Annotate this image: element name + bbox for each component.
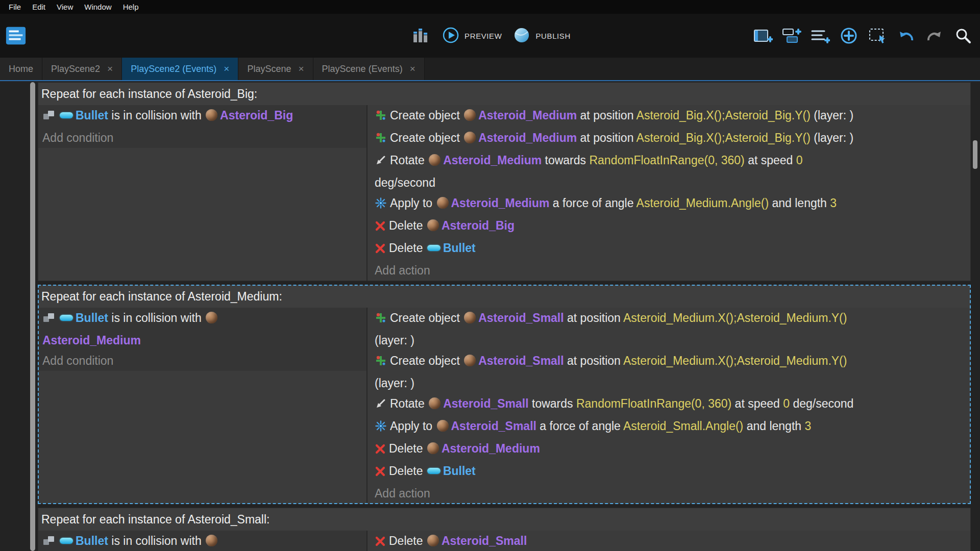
search-icon[interactable]: [952, 26, 974, 46]
object-thumbnail-asteroid: [429, 154, 440, 166]
object-name: Asteroid_Medium: [443, 154, 542, 167]
expression-value: 0: [783, 397, 790, 410]
row-text: towards: [529, 397, 576, 410]
row-text: is in collision with: [108, 311, 205, 324]
action-row[interactable]: Create object Asteroid_Medium at positio…: [371, 128, 966, 150]
object-thumbnail-asteroid: [464, 355, 476, 366]
expression-value: Asteroid_Medium.X();Asteroid_Medium.Y(): [623, 354, 847, 367]
menu-item-view[interactable]: View: [51, 0, 79, 14]
action-row[interactable]: Delete Bullet: [371, 461, 966, 483]
delete-icon: [375, 217, 386, 238]
menu-item-file[interactable]: File: [3, 0, 27, 14]
row-text: Apply to: [390, 196, 436, 210]
tab-close-icon[interactable]: ×: [410, 63, 415, 74]
row-text: Create object: [390, 311, 463, 324]
object-thumbnail-asteroid: [464, 312, 476, 323]
object-thumbnail-asteroid: [464, 132, 476, 143]
rotate-icon: [375, 152, 387, 172]
action-row[interactable]: Delete Asteroid_Medium: [371, 438, 966, 461]
action-row[interactable]: Create object Asteroid_Small at position…: [371, 350, 966, 393]
action-row[interactable]: Create object Asteroid_Small at position…: [371, 308, 966, 350]
object-thumbnail-bullet: [60, 538, 73, 544]
action-row[interactable]: Rotate Asteroid_Medium towards RandomFlo…: [371, 150, 966, 193]
add-action-button[interactable]: Add action: [371, 483, 966, 504]
event-block[interactable]: Repeat for each instance of Asteroid_Big…: [38, 82, 971, 281]
row-text: at position: [564, 354, 623, 367]
object-name: Asteroid_Small: [442, 534, 527, 547]
delete-icon: [375, 533, 386, 551]
tab-close-icon[interactable]: ×: [224, 63, 229, 74]
tab-label: PlayScene2 (Events): [131, 64, 216, 74]
expression-value: Asteroid_Big.X();Asteroid_Big.Y(): [636, 109, 811, 122]
toolbar-right: [752, 26, 974, 46]
add-condition-button[interactable]: Add condition: [38, 128, 366, 148]
object-name: Asteroid_Small: [451, 419, 536, 433]
event-body: Bullet is in collision with Asteroid_Big…: [38, 105, 970, 281]
object-thumbnail-asteroid: [427, 219, 439, 231]
add-condition-button[interactable]: Add condition: [38, 350, 366, 371]
create-icon: [375, 107, 387, 128]
row-text: Apply to: [390, 419, 436, 433]
row-text: deg/second: [790, 397, 853, 410]
object-thumbnail-bullet: [427, 468, 440, 474]
tab-playscene2[interactable]: PlayScene2×: [42, 58, 122, 80]
undo-icon[interactable]: [895, 26, 917, 46]
row-text: Delete: [389, 442, 426, 455]
event-header[interactable]: Repeat for each instance of Asteroid_Med…: [38, 285, 970, 308]
tab-label: PlayScene (Events): [322, 64, 403, 74]
tab-playscene-events[interactable]: PlayScene (Events)×: [313, 58, 425, 80]
events-left-scrollbar[interactable]: [30, 82, 35, 551]
row-text: and length: [769, 196, 830, 210]
vertical-scrollbar-thumb[interactable]: [973, 140, 977, 169]
pick-event-icon[interactable]: [867, 26, 888, 46]
redo-icon[interactable]: [924, 26, 945, 46]
add-subevent-icon[interactable]: [781, 26, 802, 46]
action-row[interactable]: Create object Asteroid_Medium at positio…: [371, 105, 966, 128]
action-row[interactable]: Rotate Asteroid_Small towards RandomFloa…: [371, 393, 966, 416]
gdevelop-app: FileEditViewWindowHelp: [0, 0, 980, 551]
object-thumbnail-bullet: [60, 112, 73, 118]
condition-row[interactable]: Bullet is in collision with Asteroid_Big: [38, 105, 366, 128]
row-text: Delete: [389, 219, 426, 232]
row-text: Delete: [389, 534, 426, 547]
event-block[interactable]: Repeat for each instance of Asteroid_Med…: [38, 285, 971, 504]
menu-item-help[interactable]: Help: [117, 0, 144, 14]
object-thumbnail-asteroid: [206, 535, 217, 546]
object-thumbnail-asteroid: [437, 197, 449, 209]
preview-button[interactable]: PREVIEW: [442, 27, 502, 45]
force-icon: [375, 418, 387, 438]
collision-icon: [42, 107, 56, 128]
tab-playscene[interactable]: PlayScene×: [238, 58, 313, 80]
publish-button[interactable]: PUBLISH: [513, 27, 571, 45]
tab-close-icon[interactable]: ×: [107, 63, 113, 74]
row-text: and length: [743, 419, 804, 433]
toolbar-left: [5, 26, 27, 46]
add-comment-icon[interactable]: [810, 26, 831, 46]
conditions-column: Bullet is in collision with Asteroid_Big…: [38, 105, 368, 281]
preview-play-icon: [442, 27, 459, 45]
action-row[interactable]: Apply to Asteroid_Small a force of angle…: [371, 416, 966, 438]
tab-home[interactable]: Home: [0, 58, 42, 80]
condition-row[interactable]: Bullet is in collision with Asteroid_Sma…: [38, 531, 366, 551]
action-row[interactable]: Delete Asteroid_Big: [371, 215, 966, 238]
action-row[interactable]: Delete Asteroid_Small: [371, 531, 966, 551]
menu-item-window[interactable]: Window: [79, 0, 117, 14]
menu-item-edit[interactable]: Edit: [27, 0, 51, 14]
add-new-icon[interactable]: [838, 26, 860, 46]
action-row[interactable]: Apply to Asteroid_Medium a force of angl…: [371, 193, 966, 215]
condition-row[interactable]: Bullet is in collision with Asteroid_Med…: [38, 308, 366, 350]
event-block[interactable]: Repeat for each instance of Asteroid_Sma…: [38, 508, 971, 551]
row-text: at position: [577, 131, 636, 144]
action-row[interactable]: Delete Bullet: [371, 238, 966, 260]
delete-icon: [375, 440, 386, 461]
project-manager-icon[interactable]: [5, 26, 27, 46]
publish-globe-icon: [513, 27, 531, 45]
event-header[interactable]: Repeat for each instance of Asteroid_Big…: [38, 83, 970, 105]
event-header[interactable]: Repeat for each instance of Asteroid_Sma…: [38, 508, 970, 531]
add-action-button[interactable]: Add action: [371, 260, 966, 281]
tab-close-icon[interactable]: ×: [298, 63, 304, 74]
row-text: is in collision with: [108, 534, 205, 547]
debugger-icon[interactable]: [409, 26, 431, 46]
tab-playscene2-events[interactable]: PlayScene2 (Events)×: [122, 58, 238, 80]
add-event-icon[interactable]: [752, 26, 774, 46]
